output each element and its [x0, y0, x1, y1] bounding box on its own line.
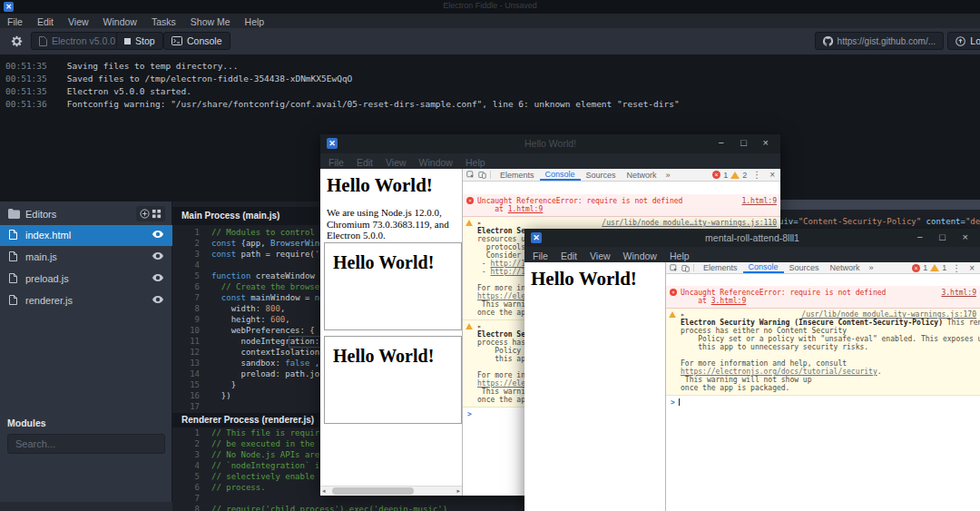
gist-url-button[interactable]: https://gist.github.com/... [815, 32, 944, 50]
html-editor-fragment[interactable]: uiv="Content-Security-Policy" content="d… [779, 217, 980, 226]
sidebar-footer [0, 502, 172, 511]
sidebar: Editors index.htmlmain.jspreload.jsrende… [0, 201, 172, 511]
code-text: // `nodeIntegration` is [211, 460, 325, 471]
eye-icon[interactable] [152, 274, 163, 281]
line-number: 4 [172, 260, 200, 270]
expand-icon[interactable]: ▸ [681, 310, 685, 319]
add-editor-button[interactable] [140, 209, 150, 219]
scroll-right-icon[interactable]: ▸ [456, 486, 460, 496]
eye-icon[interactable] [152, 252, 163, 260]
tab-console[interactable]: Console [540, 169, 581, 181]
close-button[interactable]: × [963, 231, 968, 242]
scrollbar-thumb[interactable] [332, 487, 414, 495]
code-text: const path = require('p [211, 249, 325, 260]
menu-item-view[interactable]: View [61, 15, 96, 29]
console-error-message: ×Uncaught ReferenceError: require is not… [666, 286, 980, 309]
menu-item-edit[interactable]: Edit [30, 15, 61, 29]
line-number: 1 [172, 227, 200, 238]
device-toolbar-icon[interactable] [478, 171, 486, 179]
menu-item-tasks[interactable]: Tasks [144, 15, 183, 29]
error-badge-icon: × [912, 264, 920, 272]
w2-titlebar[interactable]: ✕ mental-roll-attend-8lll1 − □ × [524, 229, 980, 247]
minimize-button[interactable]: − [719, 137, 724, 148]
line-number: 2 [172, 238, 200, 249]
console-warning-message: ▸/usr/lib/node_module…ity-warnings.js:17… [666, 309, 980, 396]
runtime-version-button[interactable]: Electron v5.0.0 [31, 32, 123, 50]
tab-console[interactable]: Console [743, 262, 784, 273]
error-count: 1 [923, 263, 927, 272]
menu-item-show-me[interactable]: Show Me [183, 15, 238, 29]
more-tabs-icon[interactable]: » [866, 263, 877, 272]
stop-button[interactable]: Stop [116, 32, 163, 50]
w1-titlebar[interactable]: ✕ Hello World! − □ × [320, 134, 780, 153]
module-search-input[interactable] [7, 434, 165, 454]
editors-header: Editors [0, 205, 172, 225]
close-button[interactable]: × [763, 137, 769, 148]
html-pane-header [776, 200, 980, 210]
sidebar-item-index-html[interactable]: index.html [0, 225, 172, 246]
menu-item-help[interactable]: Help [238, 15, 272, 29]
expand-icon[interactable]: ▸ [477, 219, 482, 227]
code-text: // No Node.js APIs are [211, 449, 325, 460]
maximize-button[interactable]: □ [939, 231, 946, 242]
tab-sources[interactable]: Sources [784, 262, 825, 273]
tab-sources[interactable]: Sources [581, 169, 622, 181]
sidebar-item-main-js[interactable]: main.js [0, 247, 172, 268]
device-toolbar-icon[interactable] [681, 264, 690, 272]
devtools-close-icon[interactable]: × [767, 170, 778, 180]
prompt-chevron: > [671, 398, 675, 407]
file-icon [9, 273, 17, 283]
maximize-button[interactable]: □ [740, 137, 747, 148]
line-number: 3 [172, 449, 200, 460]
tab-network[interactable]: Network [622, 169, 662, 181]
devtools-menu-icon[interactable]: ⋮ [949, 263, 964, 273]
layout-grid-button[interactable] [152, 209, 162, 219]
line-number: 12 [172, 347, 200, 358]
line-number: 10 [172, 325, 200, 336]
code-text: }) [211, 390, 231, 401]
error-source-link[interactable]: 1.html:9 [741, 197, 777, 205]
console-line: 00:51:35Electron v5.0.0 started. [0, 85, 980, 98]
error-source-link[interactable]: 3.html:9 [941, 289, 976, 297]
devtools-close-icon[interactable]: × [966, 263, 977, 273]
expand-icon[interactable]: ▸ [477, 322, 482, 330]
scroll-left-icon[interactable]: ◂ [322, 486, 326, 496]
warning-source-link[interactable]: /usr/lib/node_module…ity-warnings.js:170 [801, 310, 976, 319]
sidebar-item-preload-js[interactable]: preload.js [0, 269, 172, 290]
file-name: renderer.js [25, 295, 73, 306]
line-number: 6 [172, 281, 200, 292]
tab-elements[interactable]: Elements [495, 169, 540, 181]
eye-icon[interactable] [152, 296, 163, 303]
code-text: // require('child_process').exec('deepin… [211, 504, 447, 511]
console-toggle-button[interactable]: Console [163, 32, 230, 50]
file-name: preload.js [25, 273, 69, 284]
more-tabs-icon[interactable]: » [662, 171, 674, 180]
inspect-element-icon[interactable] [666, 264, 681, 272]
console-prompt[interactable]: > [666, 396, 980, 407]
error-source-link[interactable]: 3.html:9 [711, 297, 747, 305]
file-icon [9, 295, 17, 305]
text-cursor [679, 398, 680, 406]
devtools-menu-icon[interactable]: ⋮ [750, 170, 764, 180]
code-text: const {app, BrowserWind [211, 238, 325, 249]
minimize-button[interactable]: − [917, 231, 923, 242]
tab-network[interactable]: Network [825, 262, 866, 273]
sidebar-item-renderer-js[interactable]: renderer.js [0, 290, 172, 311]
menu-item-file[interactable]: File [0, 15, 30, 29]
frame-heading: Hello World! [333, 252, 434, 273]
eye-icon[interactable] [152, 231, 163, 238]
warning-source-link[interactable]: /usr/lib/node_module…ity-warnings.js:110 [602, 219, 777, 227]
tab-elements[interactable]: Elements [698, 262, 743, 273]
console-line: 00:51:35Saved files to /tmp/electron-fid… [0, 73, 980, 85]
load-fiddle-button[interactable]: Lo [947, 32, 980, 50]
error-source-link[interactable]: 1.html:9 [508, 205, 544, 213]
menu-item-window[interactable]: Window [96, 15, 144, 29]
folder-icon [8, 209, 20, 219]
horizontal-scrollbar[interactable]: ◂ ▸ [320, 486, 462, 496]
line-number: 5 [172, 471, 200, 482]
warning-count: 1 [942, 263, 946, 272]
inspect-element-icon[interactable] [463, 171, 478, 179]
settings-button[interactable] [5, 32, 27, 50]
w2-devtools-console[interactable]: ×Uncaught ReferenceError: require is not… [666, 286, 980, 407]
code-text: const mainWindow = ne [211, 292, 325, 303]
